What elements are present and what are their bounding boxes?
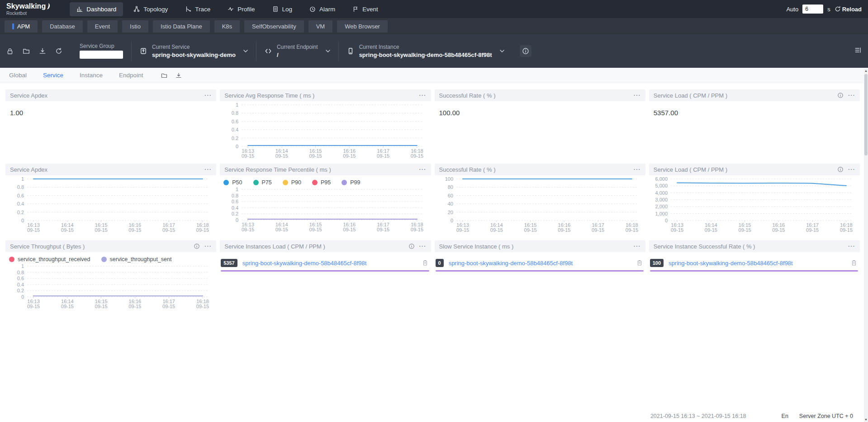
menu-item-alarm[interactable]: Alarm [303,2,342,16]
card-menu-button[interactable]: ⋯ [848,94,855,97]
folder-icon[interactable] [161,72,167,79]
current-endpoint-label: Current Endpoint [277,44,318,50]
logo[interactable]: Skywalking Rocketbot [6,3,50,16]
card-menu-button[interactable]: ⋯ [204,168,212,171]
chevron-down-icon[interactable] [243,50,248,53]
menu-item-profile[interactable]: Profile [221,2,261,16]
folder-icon[interactable] [23,47,30,55]
download-icon[interactable] [39,47,46,55]
server-zone: Server Zone UTC + 0 [799,413,853,419]
auto-unit: s [827,6,830,13]
template-tab-label: Istio [130,23,141,30]
instance-link[interactable]: spring-boot-skywalking-demo-58b48465cf-8… [449,260,631,267]
template-tab-web-browser[interactable]: Web Browser [337,20,388,33]
tab-service[interactable]: Service [43,72,63,79]
menu-item-log[interactable]: Log [266,2,299,16]
tab-endpoint[interactable]: Endpoint [119,72,143,79]
legend-item[interactable]: P99 [342,179,360,186]
tab-global[interactable]: Global [9,72,27,79]
template-tab-istio-data-plane[interactable]: Istio Data Plane [153,20,210,33]
card-title: Service Instance Successful Rate ( % ) [654,243,848,250]
svg-text:0: 0 [665,218,668,223]
chevron-down-icon[interactable] [326,50,330,53]
metric-value: 5357.00 [649,101,860,117]
card-menu-button[interactable]: ⋯ [633,94,641,97]
card-menu-button[interactable]: ⋯ [848,244,855,248]
svg-text:0: 0 [236,217,238,223]
legend-item[interactable]: P90 [283,179,301,186]
template-tab-event[interactable]: Event [87,20,118,33]
legend-item[interactable]: P50 [223,179,242,186]
instance-link[interactable]: spring-boot-skywalking-demo-58b48465cf-8… [669,260,846,267]
line-chart: 6,0005,0004,0003,0002,0001,000016:1309-1… [649,176,860,234]
svg-text:09-15: 09-15 [558,227,570,233]
scroll-thumb[interactable] [864,74,868,155]
svg-text:1,000: 1,000 [655,211,668,216]
info-icon[interactable] [837,92,844,98]
svg-text:09-15: 09-15 [196,227,209,233]
metrics-grid: Service Apdex ⋯ 1.00 Service Avg Respons… [0,83,868,317]
metric-value: 100.00 [435,101,645,117]
card-menu-button[interactable]: ⋯ [419,244,427,248]
template-tab-apm[interactable]: APM [5,20,38,33]
card-menu-button[interactable]: ⋯ [633,244,641,248]
menu-item-dashboard[interactable]: Dashboard [70,2,123,16]
card-service-apdex-chart: Service Apdex ⋯ 10.80.60.40.2016:1309-15… [5,164,216,237]
sidebar-toggle-button[interactable] [854,47,862,56]
refresh-icon[interactable] [55,47,62,55]
trace-icon [185,6,191,12]
template-tab-istio[interactable]: Istio [122,20,148,33]
line-chart: 10.80.60.40.2016:1309-1516:1409-1516:150… [220,187,431,234]
card-menu-button[interactable]: ⋯ [633,168,641,171]
scrollbar[interactable]: ▲ ▼ [864,69,868,422]
chevron-down-icon[interactable] [500,50,504,53]
copy-icon[interactable] [636,260,643,266]
svg-text:09-15: 09-15 [705,227,717,233]
download-icon[interactable] [175,72,182,79]
menu-item-trace[interactable]: Trace [178,2,217,16]
template-tab-database[interactable]: Database [42,20,83,33]
card-menu-button[interactable]: ⋯ [419,168,427,171]
legend-item[interactable]: service_throughput_sent [101,256,172,263]
template-tab-vm[interactable]: VM [308,20,333,33]
template-tab-selfobservability[interactable]: SelfObservability [244,20,304,33]
menu-item-event[interactable]: Event [346,2,385,16]
card-menu-button[interactable]: ⋯ [848,168,855,171]
template-tab-k8s[interactable]: K8s [214,20,240,33]
legend-item[interactable]: service_throughput_received [9,256,90,263]
current-endpoint-value[interactable]: / [277,52,318,58]
language-selector[interactable]: En [782,413,788,419]
legend-item[interactable]: P75 [253,179,272,186]
menu-item-topology[interactable]: Topology [127,2,175,16]
info-icon[interactable] [837,166,844,173]
card-menu-button[interactable]: ⋯ [419,94,427,97]
legend-dot-icon [283,180,288,185]
current-instance-value[interactable]: spring-boot-skywalking-demo-58b48465cf-8… [359,52,492,58]
lock-icon[interactable] [6,47,14,55]
card-menu-button[interactable]: ⋯ [204,244,212,248]
info-icon[interactable] [408,243,415,249]
copy-icon[interactable] [422,260,428,266]
svg-text:0.6: 0.6 [17,193,24,198]
info-icon[interactable] [194,243,200,249]
template-tab-label: Event [95,23,110,30]
card-menu-button[interactable]: ⋯ [204,94,212,97]
copy-icon[interactable] [851,260,857,266]
reload-button[interactable]: Reload [835,6,862,13]
card-title: Slow Service Instance ( ms ) [439,243,633,250]
instance-progress-bar [650,270,858,272]
service-group-input[interactable] [80,51,123,59]
svg-text:09-15: 09-15 [840,227,853,233]
instance-link[interactable]: spring-boot-skywalking-demo-58b48465cf-8… [242,260,417,267]
dashboard-template-tabs: APM Database Event Istio Istio Data Plan… [0,18,868,34]
legend-item[interactable]: P95 [312,179,331,186]
svg-text:0.4: 0.4 [17,282,24,287]
current-service-value[interactable]: spring-boot-skywalking-demo [152,52,236,58]
info-button[interactable] [520,45,531,57]
svg-text:09-15: 09-15 [275,227,288,232]
scroll-down-arrow[interactable]: ▼ [864,417,868,422]
scroll-up-arrow[interactable]: ▲ [864,69,868,73]
tab-instance[interactable]: Instance [80,72,103,79]
svg-text:09-15: 09-15 [343,227,356,232]
auto-interval-input[interactable] [802,5,823,14]
